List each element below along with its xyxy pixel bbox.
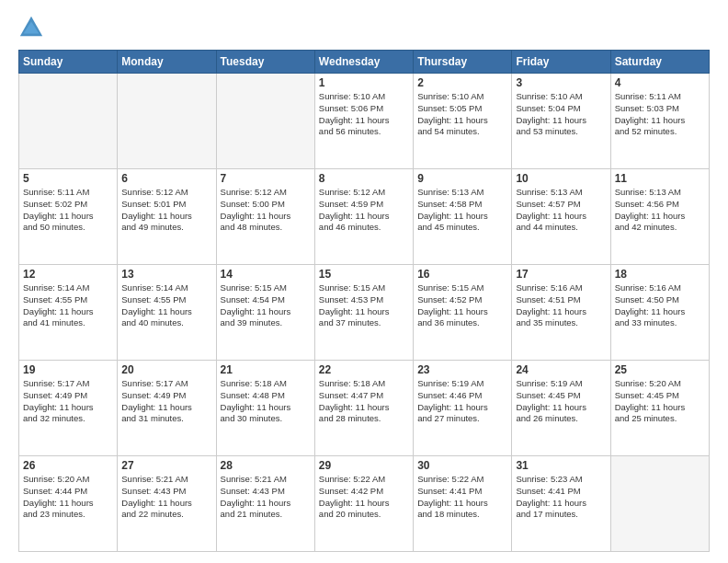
- day-info: Sunrise: 5:15 AM Sunset: 4:52 PM Dayligh…: [417, 282, 507, 329]
- day-number: 23: [417, 363, 507, 376]
- calendar-cell: 12Sunrise: 5:14 AM Sunset: 4:55 PM Dayli…: [19, 265, 118, 361]
- day-info: Sunrise: 5:10 AM Sunset: 5:04 PM Dayligh…: [516, 91, 606, 138]
- day-info: Sunrise: 5:11 AM Sunset: 5:03 PM Dayligh…: [615, 91, 705, 138]
- day-number: 18: [615, 268, 705, 281]
- calendar-header-row: SundayMondayTuesdayWednesdayThursdayFrid…: [19, 51, 710, 74]
- day-info: Sunrise: 5:12 AM Sunset: 5:01 PM Dayligh…: [121, 187, 211, 234]
- day-info: Sunrise: 5:13 AM Sunset: 4:57 PM Dayligh…: [516, 187, 606, 234]
- calendar-cell: 17Sunrise: 5:16 AM Sunset: 4:51 PM Dayli…: [512, 265, 610, 361]
- day-info: Sunrise: 5:18 AM Sunset: 4:48 PM Dayligh…: [221, 378, 311, 425]
- day-number: 26: [23, 459, 113, 472]
- day-number: 16: [417, 268, 507, 281]
- day-number: 11: [615, 172, 705, 185]
- day-number: 10: [516, 172, 606, 185]
- day-info: Sunrise: 5:22 AM Sunset: 4:41 PM Dayligh…: [417, 474, 507, 521]
- day-info: Sunrise: 5:14 AM Sunset: 4:55 PM Dayligh…: [23, 282, 113, 329]
- calendar-cell: 1Sunrise: 5:10 AM Sunset: 5:06 PM Daylig…: [314, 74, 413, 169]
- calendar-cell: 6Sunrise: 5:12 AM Sunset: 5:01 PM Daylig…: [118, 169, 216, 265]
- day-info: Sunrise: 5:10 AM Sunset: 5:06 PM Dayligh…: [319, 91, 409, 138]
- calendar-cell: 27Sunrise: 5:21 AM Sunset: 4:43 PM Dayli…: [118, 456, 216, 552]
- day-info: Sunrise: 5:22 AM Sunset: 4:42 PM Dayligh…: [319, 474, 409, 521]
- day-info: Sunrise: 5:13 AM Sunset: 4:58 PM Dayligh…: [417, 187, 507, 234]
- calendar-week-row: 5Sunrise: 5:11 AM Sunset: 5:02 PM Daylig…: [19, 169, 710, 265]
- day-number: 28: [221, 459, 311, 472]
- day-info: Sunrise: 5:20 AM Sunset: 4:44 PM Dayligh…: [23, 474, 113, 521]
- day-number: 22: [319, 363, 409, 376]
- weekday-header: Monday: [118, 51, 216, 74]
- calendar-cell: 29Sunrise: 5:22 AM Sunset: 4:42 PM Dayli…: [314, 456, 413, 552]
- calendar-cell: 8Sunrise: 5:12 AM Sunset: 4:59 PM Daylig…: [314, 169, 413, 265]
- calendar-cell: 9Sunrise: 5:13 AM Sunset: 4:58 PM Daylig…: [414, 169, 512, 265]
- day-info: Sunrise: 5:14 AM Sunset: 4:55 PM Dayligh…: [121, 282, 211, 329]
- calendar-cell: 20Sunrise: 5:17 AM Sunset: 4:49 PM Dayli…: [118, 361, 216, 456]
- day-number: 29: [319, 459, 409, 472]
- day-number: 12: [23, 268, 113, 281]
- weekday-header: Thursday: [414, 51, 512, 74]
- day-number: 5: [23, 172, 113, 185]
- day-number: 25: [615, 363, 705, 376]
- day-number: 19: [23, 363, 113, 376]
- day-info: Sunrise: 5:11 AM Sunset: 5:02 PM Dayligh…: [23, 187, 113, 234]
- day-info: Sunrise: 5:12 AM Sunset: 5:00 PM Dayligh…: [221, 187, 311, 234]
- day-info: Sunrise: 5:21 AM Sunset: 4:43 PM Dayligh…: [221, 474, 311, 521]
- day-number: 31: [516, 459, 606, 472]
- day-info: Sunrise: 5:20 AM Sunset: 4:45 PM Dayligh…: [615, 378, 705, 425]
- day-number: 4: [615, 76, 705, 89]
- calendar-cell: 7Sunrise: 5:12 AM Sunset: 5:00 PM Daylig…: [216, 169, 314, 265]
- calendar-cell: 5Sunrise: 5:11 AM Sunset: 5:02 PM Daylig…: [19, 169, 118, 265]
- day-number: 6: [121, 172, 211, 185]
- calendar-cell: 10Sunrise: 5:13 AM Sunset: 4:57 PM Dayli…: [512, 169, 610, 265]
- calendar-week-row: 26Sunrise: 5:20 AM Sunset: 4:44 PM Dayli…: [19, 456, 710, 552]
- calendar-week-row: 12Sunrise: 5:14 AM Sunset: 4:55 PM Dayli…: [19, 265, 710, 361]
- day-number: 30: [417, 459, 507, 472]
- day-info: Sunrise: 5:23 AM Sunset: 4:41 PM Dayligh…: [516, 474, 606, 521]
- day-info: Sunrise: 5:15 AM Sunset: 4:54 PM Dayligh…: [221, 282, 311, 329]
- calendar-week-row: 1Sunrise: 5:10 AM Sunset: 5:06 PM Daylig…: [19, 74, 710, 169]
- day-info: Sunrise: 5:15 AM Sunset: 4:53 PM Dayligh…: [319, 282, 409, 329]
- day-info: Sunrise: 5:16 AM Sunset: 4:51 PM Dayligh…: [516, 282, 606, 329]
- day-info: Sunrise: 5:13 AM Sunset: 4:56 PM Dayligh…: [615, 187, 705, 234]
- calendar-cell: 28Sunrise: 5:21 AM Sunset: 4:43 PM Dayli…: [216, 456, 314, 552]
- weekday-header: Sunday: [19, 51, 118, 74]
- calendar-cell: 11Sunrise: 5:13 AM Sunset: 4:56 PM Dayli…: [610, 169, 709, 265]
- day-number: 14: [221, 268, 311, 281]
- calendar-cell: 24Sunrise: 5:19 AM Sunset: 4:45 PM Dayli…: [512, 361, 610, 456]
- day-number: 20: [121, 363, 211, 376]
- calendar-cell: 26Sunrise: 5:20 AM Sunset: 4:44 PM Dayli…: [19, 456, 118, 552]
- calendar-cell: 14Sunrise: 5:15 AM Sunset: 4:54 PM Dayli…: [216, 265, 314, 361]
- day-info: Sunrise: 5:12 AM Sunset: 4:59 PM Dayligh…: [319, 187, 409, 234]
- calendar-cell: 19Sunrise: 5:17 AM Sunset: 4:49 PM Dayli…: [19, 361, 118, 456]
- day-number: 8: [319, 172, 409, 185]
- calendar-cell: 25Sunrise: 5:20 AM Sunset: 4:45 PM Dayli…: [610, 361, 709, 456]
- weekday-header: Friday: [512, 51, 610, 74]
- day-info: Sunrise: 5:10 AM Sunset: 5:05 PM Dayligh…: [417, 91, 507, 138]
- calendar-cell: [118, 74, 216, 169]
- logo-icon: [18, 15, 44, 40]
- day-number: 27: [121, 459, 211, 472]
- calendar-cell: 23Sunrise: 5:19 AM Sunset: 4:46 PM Dayli…: [414, 361, 512, 456]
- calendar-cell: 21Sunrise: 5:18 AM Sunset: 4:48 PM Dayli…: [216, 361, 314, 456]
- calendar-cell: 15Sunrise: 5:15 AM Sunset: 4:53 PM Dayli…: [314, 265, 413, 361]
- day-number: 1: [319, 76, 409, 89]
- calendar-cell: 18Sunrise: 5:16 AM Sunset: 4:50 PM Dayli…: [610, 265, 709, 361]
- day-number: 24: [516, 363, 606, 376]
- weekday-header: Wednesday: [314, 51, 413, 74]
- calendar-cell: 31Sunrise: 5:23 AM Sunset: 4:41 PM Dayli…: [512, 456, 610, 552]
- weekday-header: Saturday: [610, 51, 709, 74]
- day-info: Sunrise: 5:19 AM Sunset: 4:46 PM Dayligh…: [417, 378, 507, 425]
- day-number: 2: [417, 76, 507, 89]
- day-number: 17: [516, 268, 606, 281]
- day-info: Sunrise: 5:17 AM Sunset: 4:49 PM Dayligh…: [23, 378, 113, 425]
- calendar-cell: [19, 74, 118, 169]
- calendar-cell: 22Sunrise: 5:18 AM Sunset: 4:47 PM Dayli…: [314, 361, 413, 456]
- page: SundayMondayTuesdayWednesdayThursdayFrid…: [0, 0, 728, 563]
- day-number: 7: [221, 172, 311, 185]
- calendar-cell: 13Sunrise: 5:14 AM Sunset: 4:55 PM Dayli…: [118, 265, 216, 361]
- weekday-header: Tuesday: [216, 51, 314, 74]
- day-number: 9: [417, 172, 507, 185]
- calendar-table: SundayMondayTuesdayWednesdayThursdayFrid…: [18, 50, 710, 552]
- day-info: Sunrise: 5:19 AM Sunset: 4:45 PM Dayligh…: [516, 378, 606, 425]
- day-info: Sunrise: 5:21 AM Sunset: 4:43 PM Dayligh…: [121, 474, 211, 521]
- day-info: Sunrise: 5:18 AM Sunset: 4:47 PM Dayligh…: [319, 378, 409, 425]
- calendar-cell: 30Sunrise: 5:22 AM Sunset: 4:41 PM Dayli…: [414, 456, 512, 552]
